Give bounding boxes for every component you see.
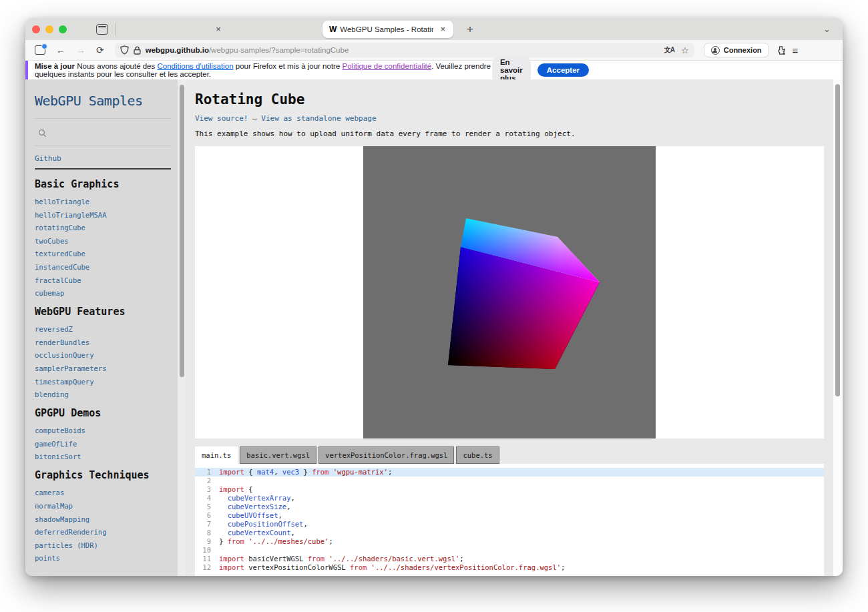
sidebar-item-blending[interactable]: blending	[35, 390, 171, 398]
notification-prefix: Mise à jour	[35, 62, 75, 70]
sidebar-item-computeBoids[interactable]: computeBoids	[35, 426, 171, 434]
github-link[interactable]: Github	[35, 146, 171, 168]
sidebar-section-heading: Graphics Techniques	[35, 469, 171, 481]
links-dash: —	[252, 114, 257, 123]
sidebar-item-cubemap[interactable]: cubemap	[35, 289, 171, 297]
url-path: /webgpu-samples/?sample=rotatingCube	[209, 46, 349, 54]
canvas-row	[195, 146, 824, 438]
sidebar-item-renderBundles[interactable]: renderBundles	[35, 338, 171, 346]
sidebar-item-points[interactable]: points	[35, 554, 171, 562]
terms-notification-bar: Mise à jour Nous avons ajouté des Condit…	[25, 61, 843, 79]
code-line-11: 11import basicVertWGSL from '../../shade…	[195, 555, 824, 563]
background-tab[interactable]: ×	[118, 21, 318, 38]
sample-description: This example shows how to upload uniform…	[195, 129, 824, 138]
standalone-link[interactable]: View as standalone webpage	[261, 114, 376, 123]
maximize-window-button[interactable]	[59, 25, 67, 33]
sidebar-item-occlusionQuery[interactable]: occlusionQuery	[35, 351, 171, 359]
bookmark-star-icon[interactable]: ☆	[681, 45, 689, 55]
forward-button[interactable]: →	[71, 45, 91, 55]
line-number: 12	[195, 563, 219, 572]
code-line-4: 4 cubeVertexArray,	[195, 494, 824, 503]
sidebar-item-normalMap[interactable]: normalMap	[35, 502, 171, 510]
line-number: 11	[195, 555, 219, 563]
sidebar-item-reversedZ[interactable]: reversedZ	[35, 325, 171, 333]
active-tab-title: WebGPU Samples - Rotating Cu	[340, 25, 433, 33]
sidebar-item-helloTriangleMSAA[interactable]: helloTriangleMSAA	[35, 211, 171, 219]
code-line-2: 2	[195, 477, 824, 485]
code-line-12: 12import vertexPositionColorWGSL from '.…	[195, 563, 824, 572]
view-source-link[interactable]: View source!	[195, 114, 248, 123]
code-line-5: 5 cubeVertexSize,	[195, 503, 824, 511]
code-line-1: 1import { mat4, vec3 } from 'wgpu-matrix…	[195, 468, 824, 477]
tab-separator	[115, 23, 116, 35]
sidebar-item-instancedCube[interactable]: instancedCube	[35, 263, 171, 271]
lock-icon[interactable]	[134, 46, 141, 55]
minimize-window-button[interactable]	[45, 25, 53, 33]
terms-link[interactable]: Conditions d'utilisation	[157, 62, 233, 70]
sidebar-scrollbar[interactable]	[178, 79, 186, 576]
line-number: 8	[195, 529, 219, 537]
sidebar: WebGPU Samples Github Basic Graphicshell…	[25, 79, 178, 576]
accept-button[interactable]: Accepter	[537, 63, 589, 77]
sidebar-item-deferredRendering[interactable]: deferredRendering	[35, 528, 171, 536]
code-tab-cube.ts[interactable]: cube.ts	[456, 446, 499, 464]
page-scrollbar-thumb[interactable]	[835, 84, 840, 396]
code-panel[interactable]: 1import { mat4, vec3 } from 'wgpu-matrix…	[195, 464, 824, 576]
line-number: 10	[195, 546, 219, 555]
sidebar-item-shadowMapping[interactable]: shadowMapping	[35, 515, 171, 523]
account-icon	[711, 46, 720, 55]
active-tab[interactable]: W WebGPU Samples - Rotating Cu ×	[322, 21, 453, 38]
privacy-link[interactable]: Politique de confidentialité	[343, 62, 432, 70]
translate-icon[interactable]: 文A	[664, 45, 674, 55]
rotating-cube-canvas	[363, 146, 656, 438]
line-number: 4	[195, 494, 219, 503]
code-tab-main.ts[interactable]: main.ts	[195, 446, 238, 464]
sidebar-item-twoCubes[interactable]: twoCubes	[35, 237, 171, 245]
close-tab-icon[interactable]: ×	[437, 25, 448, 33]
sidebar-divider	[35, 168, 171, 170]
line-number: 1	[195, 468, 219, 477]
url-domain: webgpu.github.io	[146, 46, 209, 54]
sidebar-item-helloTriangle[interactable]: helloTriangle	[35, 198, 171, 206]
sidebar-section-heading: WebGPU Features	[35, 306, 171, 318]
new-tab-button[interactable]: +	[463, 23, 477, 36]
reload-button[interactable]: ⟳	[91, 45, 110, 55]
line-number: 5	[195, 503, 219, 511]
code-tab-bar: main.tsbasic.vert.wgslvertexPositionColo…	[195, 446, 824, 464]
sidebar-item-bitonicSort[interactable]: bitonicSort	[35, 452, 171, 461]
sidebar-item-gameOfLife[interactable]: gameOfLife	[35, 440, 171, 448]
code-line-9: 9} from '../../meshes/cube';	[195, 537, 824, 546]
line-number: 9	[195, 537, 219, 546]
extensions-puzzle-icon[interactable]	[776, 45, 786, 55]
menu-hamburger-icon[interactable]: ≡	[789, 45, 803, 56]
code-tab-basic.vert.wgsl[interactable]: basic.vert.wgsl	[240, 446, 316, 464]
close-tab-icon[interactable]: ×	[213, 25, 224, 33]
sidebar-item-texturedCube[interactable]: texturedCube	[35, 250, 171, 258]
line-number: 7	[195, 520, 219, 529]
source-links: View source! — View as standalone webpag…	[195, 114, 824, 123]
sidebar-item-fractalCube[interactable]: fractalCube	[35, 276, 171, 284]
sidebar-item-samplerParameters[interactable]: samplerParameters	[35, 364, 171, 372]
page-title: Rotating Cube	[195, 91, 824, 107]
code-line-10: 10	[195, 546, 824, 555]
sidebar-scrollbar-thumb[interactable]	[180, 85, 184, 377]
firefox-view-icon[interactable]	[96, 24, 108, 35]
tab-manager-icon[interactable]	[35, 45, 45, 55]
shield-icon[interactable]	[120, 45, 129, 55]
sidebar-item-particles-HDR-[interactable]: particles (HDR)	[35, 541, 171, 549]
sidebar-item-cameras[interactable]: cameras	[35, 489, 171, 497]
code-line-8: 8 cubeVertexCount,	[195, 529, 824, 537]
sidebar-item-timestampQuery[interactable]: timestampQuery	[35, 378, 171, 386]
code-tab-vertexPositionColor.frag.wgsl[interactable]: vertexPositionColor.frag.wgsl	[318, 446, 454, 464]
sidebar-item-rotatingCube[interactable]: rotatingCube	[35, 224, 171, 232]
sidebar-sections: Basic GraphicshelloTrianglehelloTriangle…	[35, 178, 171, 562]
url-text[interactable]: webgpu.github.io/webgpu-samples/?sample=…	[146, 46, 664, 54]
close-window-button[interactable]	[32, 25, 40, 33]
back-button[interactable]: ←	[51, 45, 71, 55]
search-icon	[39, 129, 45, 135]
main-panel: Rotating Cube View source! — View as sta…	[186, 79, 833, 576]
search-input[interactable]	[35, 118, 171, 146]
page-scrollbar[interactable]	[833, 79, 843, 576]
window-controls	[32, 25, 67, 33]
tab-list-chevron-icon[interactable]: ⌄	[818, 24, 836, 34]
